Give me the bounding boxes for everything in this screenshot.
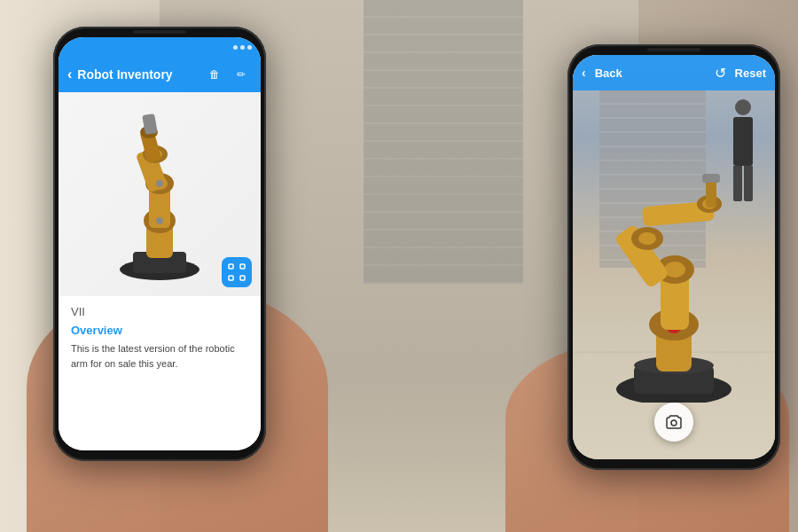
left-status-bar <box>59 37 261 57</box>
product-info: VII Overview This is the latest version … <box>59 296 261 450</box>
right-phone-screen: ‹ Back ↺ Reset <box>573 55 775 459</box>
right-phone-frame: ‹ Back ↺ Reset <box>567 44 780 470</box>
ar-reset-icon[interactable]: ↺ <box>715 65 726 82</box>
ar-nav-bar: ‹ Back ↺ Reset <box>573 55 775 90</box>
svg-point-14 <box>156 217 163 224</box>
robot-display-area <box>59 92 261 296</box>
ar-back-icon[interactable]: ‹ <box>582 66 586 80</box>
delete-icon[interactable]: 🗑 <box>204 64 225 85</box>
left-phone-screen: ‹ Robot Inventory 🗑 ✏ <box>59 37 261 450</box>
edit-icon[interactable]: ✏ <box>231 64 252 85</box>
svg-point-40 <box>671 420 677 426</box>
ar-back-label[interactable]: Back <box>595 66 622 80</box>
svg-rect-38 <box>706 179 716 207</box>
overview-heading: Overview <box>71 324 248 337</box>
svg-point-31 <box>664 262 685 278</box>
robot-arm-image <box>89 106 231 283</box>
ar-robot-model <box>594 154 754 406</box>
svg-rect-17 <box>240 264 245 269</box>
left-phone-frame: ‹ Robot Inventory 🗑 ✏ <box>53 27 266 461</box>
left-phone: ‹ Robot Inventory 🗑 ✏ <box>53 27 266 461</box>
back-icon[interactable]: ‹ <box>67 66 72 82</box>
signal-dot-2 <box>240 45 245 50</box>
left-nav-bar: ‹ Robot Inventory 🗑 ✏ <box>59 57 261 92</box>
svg-rect-16 <box>229 264 233 269</box>
garage-door <box>364 0 523 284</box>
svg-rect-18 <box>229 276 233 280</box>
signal-dot-3 <box>247 45 252 50</box>
nav-title: Robot Inventory <box>77 67 199 82</box>
svg-rect-39 <box>702 174 720 183</box>
capture-button[interactable] <box>654 403 693 442</box>
right-phone: ‹ Back ↺ Reset <box>567 44 780 470</box>
ar-camera-view: ‹ Back ↺ Reset <box>573 55 775 459</box>
svg-point-15 <box>156 180 163 187</box>
ar-launch-button[interactable] <box>222 257 252 287</box>
status-dots <box>233 45 252 50</box>
svg-rect-19 <box>240 276 245 280</box>
model-name: VII <box>71 305 248 318</box>
left-phone-content: VII Overview This is the latest version … <box>59 92 261 450</box>
signal-dot-1 <box>233 45 238 50</box>
overview-description: This is the latest version of the roboti… <box>71 341 248 371</box>
svg-point-34 <box>638 232 656 245</box>
ar-reset-label[interactable]: Reset <box>735 66 766 80</box>
